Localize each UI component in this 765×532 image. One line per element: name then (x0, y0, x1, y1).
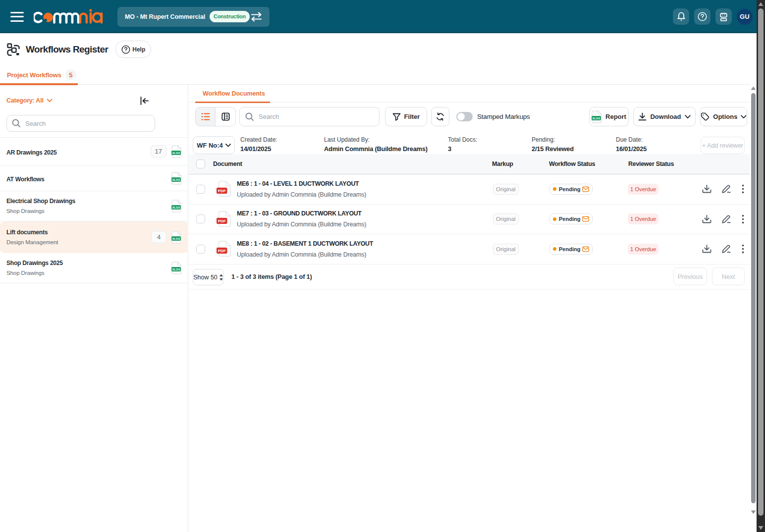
svg-text:XLSX: XLSX (593, 116, 601, 119)
svg-text:XLSX: XLSX (172, 237, 180, 240)
svg-text:XLSX: XLSX (172, 151, 180, 154)
svg-text:XLSX: XLSX (172, 268, 180, 271)
svg-text:PDF: PDF (218, 189, 226, 193)
svg-text:PDF: PDF (218, 249, 226, 253)
svg-text:PDF: PDF (218, 219, 226, 223)
svg-text:XLSX: XLSX (172, 206, 180, 209)
svg-text:XLSX: XLSX (172, 178, 180, 181)
